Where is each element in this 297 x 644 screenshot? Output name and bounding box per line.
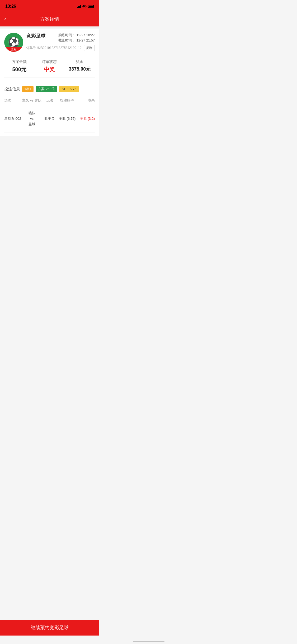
col-header-match: 场次 xyxy=(4,98,21,103)
header-divider xyxy=(0,26,99,29)
col-header-teams: 主队 vs 客队 xyxy=(21,98,42,103)
purchase-time: 购彩时间： 12-27 18:27 xyxy=(58,33,95,38)
status-icons: 4G xyxy=(77,4,94,8)
amount-label: 方案金额 xyxy=(4,59,34,64)
bet-info-label: 投注信息 xyxy=(4,87,20,92)
stat-status: 订单状态 中奖 xyxy=(34,59,64,73)
stats-row: 方案金额 500元 订单状态 中奖 奖金 3375.00元 xyxy=(4,57,95,75)
order-number: 订单号 HJB201912271827584219011​2 xyxy=(26,46,82,50)
badge-sp: SP：6.75 xyxy=(59,86,79,92)
content-spacer xyxy=(0,136,99,215)
amount-value: 500元 xyxy=(4,66,34,73)
lottery-logo-label: 竞彩 xyxy=(4,47,23,52)
badge-multiplier: 方案 250倍 xyxy=(36,86,57,92)
order-row: 订单号 HJB201912271827584219011​2 复制 xyxy=(26,45,95,51)
row-odds: 主胜 (6.75) xyxy=(56,116,78,121)
status-time: 13:26 xyxy=(5,4,16,9)
lottery-times: 购彩时间： 12-27 18:27 截止时间： 12-27 21:57 xyxy=(58,33,95,43)
stats-divider-bottom xyxy=(4,77,95,77)
back-button[interactable]: ‹ xyxy=(4,16,6,22)
bet-info-header: 投注信息 1串1 方案 250倍 SP：6.75 xyxy=(4,86,95,92)
row-result: 主胜 (3:2) xyxy=(78,116,95,121)
deadline-time: 截止时间： 12-27 21:57 xyxy=(58,38,95,43)
row-play: 胜平负 xyxy=(43,116,57,121)
table-header: 场次 主队 vs 客队 玩法 投注赔率 赛果 xyxy=(4,96,95,105)
row-teams: 狼队vs曼城 xyxy=(21,111,42,127)
page-title: 方案详情 xyxy=(40,16,59,22)
lottery-info-row: ⚽ 竞彩 竞彩足球 购彩时间： 12-27 18:27 截止时间： 12-27 … xyxy=(4,33,95,52)
prize-value: 3375.00元 xyxy=(65,66,95,72)
page-header: ‹ 方案详情 xyxy=(0,12,99,26)
status-bar: 13:26 4G xyxy=(0,0,99,12)
badge-serial: 1串1 xyxy=(22,86,34,92)
prize-label: 奖金 xyxy=(65,59,95,64)
table-row: 星期五 002 狼队vs曼城 胜平负 主胜 (6.75) 主胜 (3:2) xyxy=(4,105,95,132)
copy-button[interactable]: 复制 xyxy=(84,45,95,51)
network-label: 4G xyxy=(82,4,87,8)
status-value: 中奖 xyxy=(34,66,64,73)
lottery-logo: ⚽ 竞彩 xyxy=(4,33,23,52)
row-match: 星期五 002 xyxy=(4,116,21,121)
status-label: 订单状态 xyxy=(34,59,64,64)
battery-icon xyxy=(88,5,94,8)
col-header-result: 赛果 xyxy=(78,98,95,103)
col-header-play: 玩法 xyxy=(43,98,57,103)
football-icon: ⚽ xyxy=(8,37,20,48)
lottery-info-card: ⚽ 竞彩 竞彩足球 购彩时间： 12-27 18:27 截止时间： 12-27 … xyxy=(0,29,99,82)
lottery-name: 竞彩足球 xyxy=(26,33,45,39)
col-header-odds: 投注赔率 xyxy=(56,98,78,103)
bet-info-section: 投注信息 1串1 方案 250倍 SP：6.75 场次 主队 vs 客队 玩法 … xyxy=(0,82,99,136)
stats-divider-top xyxy=(4,55,95,55)
stat-amount: 方案金额 500元 xyxy=(4,59,34,73)
signal-icon xyxy=(77,5,81,8)
stat-prize: 奖金 3375.00元 xyxy=(65,59,95,73)
